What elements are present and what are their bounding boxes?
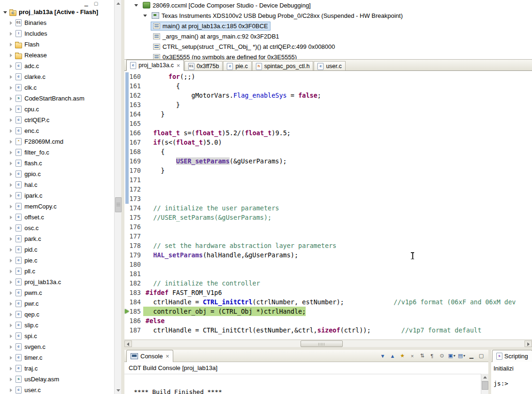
tree-item[interactable]: cpll.c: [0, 266, 114, 277]
tree-item[interactable]: Release: [0, 50, 114, 61]
maximize-icon[interactable]: ▢: [477, 352, 486, 360]
code-line[interactable]: 162 gMotorVars.Flag_enableSys = false;: [129, 91, 532, 100]
line-number[interactable]: 185: [129, 307, 143, 316]
expand-icon[interactable]: [8, 278, 15, 286]
tree-item[interactable]: iIncludes: [0, 28, 114, 39]
line-number[interactable]: 164: [129, 109, 143, 119]
editor-tab[interactable]: cproj_lab13a.c: [126, 60, 184, 71]
code-line[interactable]: 183#ifdef FAST_ROM_V1p6: [129, 288, 532, 297]
scrollbar-down-arrow[interactable]: [115, 387, 121, 394]
expand-icon[interactable]: [8, 311, 15, 318]
console-scroll-up-arrow[interactable]: [481, 374, 488, 381]
tree-item[interactable]: ccpu.c: [0, 104, 114, 115]
scrollbar-thumb[interactable]: [115, 197, 122, 212]
code-line[interactable]: 167 if(s<(float_t)5.0): [129, 138, 532, 147]
expand-icon[interactable]: [133, 1, 140, 9]
expand-icon[interactable]: [8, 84, 15, 92]
line-number[interactable]: 167: [129, 138, 143, 147]
tree-item[interactable]: *F28069M.cmd: [0, 136, 114, 147]
tree-item[interactable]: cpark.c: [0, 233, 114, 244]
line-number[interactable]: 171: [129, 175, 143, 185]
code-line[interactable]: 174 // initialize the user parameters: [129, 203, 532, 213]
line-number[interactable]: 177: [129, 232, 143, 241]
expand-icon[interactable]: [8, 365, 15, 372]
expand-icon[interactable]: [8, 257, 15, 264]
tree-item[interactable]: cpid.c: [0, 244, 114, 255]
horizontal-scrollbar-thumb[interactable]: [301, 340, 343, 347]
tree-item-project-root[interactable]: Cproj_lab13a [Active - Flash]: [0, 7, 114, 17]
code-line[interactable]: 181: [129, 269, 532, 278]
stack-frame-row[interactable]: 0x3E5555 (no symbols are defined for 0x3…: [124, 52, 532, 60]
code-line[interactable]: 169 USER_setParams(&gUserParams);: [129, 156, 532, 166]
tree-item[interactable]: cenc.c: [0, 125, 114, 136]
expand-icon[interactable]: [8, 300, 15, 308]
console-tab[interactable]: Console: [126, 350, 173, 362]
code-line[interactable]: 161 {: [129, 81, 532, 91]
clear-console-icon[interactable]: ×: [408, 352, 416, 360]
expand-icon[interactable]: [8, 289, 15, 297]
expand-icon[interactable]: [8, 106, 15, 113]
scripting-tab[interactable]: s Scripting: [492, 350, 532, 362]
debug-tree-row[interactable]: 28069.ccxml [Code Composer Studio - Devi…: [124, 0, 532, 10]
console-scrollbar-thumb[interactable]: [482, 381, 488, 390]
tree-item[interactable]: ctraj.c: [0, 363, 114, 374]
line-number[interactable]: 170: [129, 166, 143, 175]
expand-icon[interactable]: [8, 149, 15, 156]
tree-item[interactable]: cctrlQEP.c: [0, 115, 114, 125]
tree-item[interactable]: cspi.c: [0, 331, 114, 341]
editor-tab[interactable]: hspintac_pos_ctl.h: [252, 61, 314, 71]
code-line[interactable]: 177: [129, 232, 532, 241]
code-line[interactable]: 164 }: [129, 109, 532, 119]
code-line[interactable]: 163 }: [129, 100, 532, 109]
code-line[interactable]: 170 }: [129, 166, 532, 175]
line-number[interactable]: 183: [129, 288, 143, 297]
tree-item[interactable]: cslip.c: [0, 320, 114, 331]
word-wrap-icon[interactable]: ¶: [428, 352, 436, 360]
display-selected-console-icon[interactable]: ▣▾: [447, 352, 456, 360]
line-number[interactable]: 184: [129, 297, 143, 307]
line-number[interactable]: 178: [129, 241, 143, 250]
tree-item[interactable]: cmemCopy.c: [0, 201, 114, 212]
tree-item[interactable]: chal.c: [0, 179, 114, 190]
code-line[interactable]: 173: [129, 194, 532, 203]
line-number[interactable]: 174: [129, 203, 143, 213]
code-line[interactable]: 182 // initialize the controller: [129, 278, 532, 288]
scrollbar-up-arrow[interactable]: [115, 0, 121, 7]
tree-item[interactable]: cipark.c: [0, 190, 114, 201]
editor-tab[interactable]: cuser.c: [314, 61, 345, 71]
show-console-on-output-icon[interactable]: ★: [398, 352, 407, 360]
expand-icon[interactable]: [8, 268, 15, 275]
expand-icon[interactable]: [8, 192, 15, 200]
expand-icon[interactable]: [8, 181, 15, 189]
scroll-to-bottom-icon[interactable]: ▼: [378, 352, 387, 360]
expand-icon[interactable]: [8, 95, 15, 102]
expand-icon[interactable]: [8, 41, 15, 48]
tree-item[interactable]: ctimer.c: [0, 352, 114, 363]
code-line[interactable]: 178 // set the hardware abstraction laye…: [129, 241, 532, 250]
code-line[interactable]: 184 ctrlHandle = CTRL_initCtrl(ctrlNumbe…: [129, 297, 532, 307]
tree-item[interactable]: cpwm.c: [0, 287, 114, 298]
tree-item[interactable]: csvgen.c: [0, 341, 114, 352]
line-number[interactable]: 179: [129, 250, 143, 260]
code-line[interactable]: 187 ctrlHandle = CTRL_initCtrl(estNumber…: [129, 325, 532, 335]
expand-icon[interactable]: [8, 160, 15, 167]
tree-item[interactable]: cuser.c: [0, 385, 114, 394]
expand-icon[interactable]: [8, 62, 15, 70]
expand-icon[interactable]: [8, 127, 15, 135]
code-line[interactable]: 175 //USER_setParams(&gUserParams);: [129, 213, 532, 222]
tree-item[interactable]: Flash: [0, 39, 114, 50]
console-output-area[interactable]: **** Build Finished ****: [124, 374, 488, 394]
tree-item[interactable]: 01Binaries: [0, 17, 114, 28]
code-line[interactable]: 168 {: [129, 147, 532, 156]
stack-frame-row[interactable]: main() at proj_lab13a.c:185 0x3F0BCE: [124, 21, 532, 31]
line-number[interactable]: 173: [129, 194, 143, 203]
expand-icon[interactable]: [8, 246, 15, 254]
expand-icon[interactable]: [8, 170, 15, 178]
tree-item[interactable]: cflash.c: [0, 158, 114, 169]
expand-icon[interactable]: [8, 116, 15, 124]
expand-icon[interactable]: [8, 322, 15, 329]
dropdown-arrow-icon[interactable]: ▾: [454, 354, 455, 358]
expand-icon[interactable]: [8, 376, 15, 383]
expand-icon[interactable]: [8, 19, 15, 27]
code-editor[interactable]: 160 for(;;)161 {162 gMotorVars.Flag_enab…: [124, 71, 532, 340]
